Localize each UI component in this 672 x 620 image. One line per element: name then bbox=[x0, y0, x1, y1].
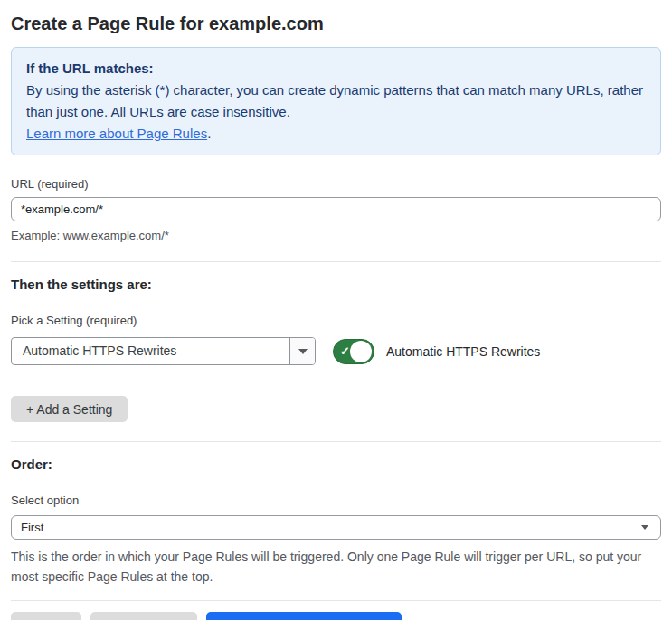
select-chevron-down-icon bbox=[641, 525, 648, 530]
order-select[interactable]: First bbox=[11, 515, 661, 540]
info-box-body: By using the asterisk (*) character, you… bbox=[26, 80, 646, 123]
setting-row: Automatic HTTPS Rewrites ✓ Automatic HTT… bbox=[11, 337, 661, 365]
toggle-label: Automatic HTTPS Rewrites bbox=[386, 344, 540, 359]
settings-section-heading: Then the settings are: bbox=[11, 277, 661, 292]
divider-before-actions bbox=[11, 600, 661, 601]
info-box-body-text: By using the asterisk (*) character, you… bbox=[26, 82, 643, 119]
info-box-heading: If the URL matches: bbox=[26, 58, 646, 80]
divider-after-url bbox=[11, 261, 661, 262]
toggle-knob bbox=[350, 341, 372, 362]
order-select-value: First bbox=[12, 516, 660, 539]
setting-dropdown-value: Automatic HTTPS Rewrites bbox=[12, 338, 289, 364]
chevron-down-icon bbox=[298, 349, 308, 354]
order-section-heading: Order: bbox=[11, 456, 661, 472]
https-rewrites-toggle[interactable]: ✓ bbox=[333, 339, 374, 364]
learn-more-link[interactable]: Learn more about Page Rules bbox=[26, 126, 207, 141]
order-helper-text: This is the order in which your Page Rul… bbox=[11, 547, 661, 587]
page-rule-form: Create a Page Rule for example.com If th… bbox=[0, 13, 672, 620]
add-setting-button[interactable]: + Add a Setting bbox=[11, 396, 128, 422]
pick-setting-label: Pick a Setting (required) bbox=[11, 314, 661, 327]
cancel-button[interactable]: Cancel bbox=[11, 612, 81, 620]
setting-dropdown[interactable]: Automatic HTTPS Rewrites bbox=[11, 337, 316, 365]
save-as-draft-button[interactable]: Save as Draft bbox=[90, 612, 198, 620]
check-icon: ✓ bbox=[340, 345, 350, 357]
url-field-label: URL (required) bbox=[11, 177, 661, 191]
setting-dropdown-arrow-button[interactable] bbox=[289, 338, 315, 364]
url-input[interactable] bbox=[11, 197, 661, 221]
divider-after-settings bbox=[11, 441, 661, 442]
url-matches-info-box: If the URL matches: By using the asteris… bbox=[11, 47, 661, 155]
actions-row: Cancel Save as Draft Save and Deploy Pag… bbox=[11, 612, 661, 620]
select-option-label: Select option bbox=[11, 493, 661, 507]
info-box-link-line: Learn more about Page Rules. bbox=[26, 123, 646, 145]
save-and-deploy-button[interactable]: Save and Deploy Page Rule bbox=[206, 612, 402, 620]
page-title: Create a Page Rule for example.com bbox=[11, 13, 661, 34]
url-example-helper: Example: www.example.com/* bbox=[11, 229, 661, 242]
link-period: . bbox=[207, 126, 211, 141]
